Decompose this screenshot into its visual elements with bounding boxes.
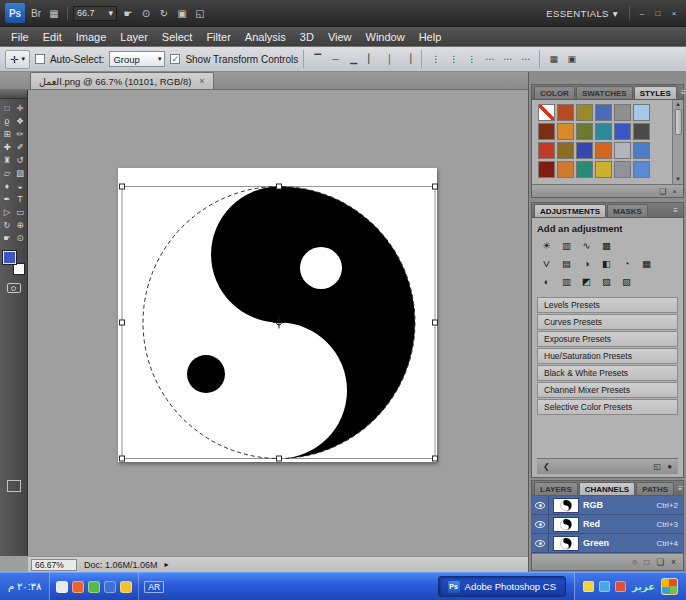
zoom-tool[interactable]: ⊙: [14, 231, 27, 244]
arrange-documents-icon[interactable]: ▣: [174, 5, 190, 21]
align-bottom-edges-icon[interactable]: ▁: [345, 51, 362, 68]
dodge-tool[interactable]: ◒: [14, 179, 27, 192]
menu-item[interactable]: Edit: [36, 28, 69, 46]
status-options-arrow[interactable]: ▸: [165, 560, 169, 569]
align-right-edges-icon[interactable]: ▕: [399, 51, 416, 68]
style-swatch[interactable]: [557, 104, 574, 121]
bridge-icon[interactable]: Br: [28, 5, 44, 21]
show-transform-controls-checkbox[interactable]: ✓: [170, 54, 180, 64]
distribute-horizontal-centers-icon[interactable]: ⋯: [499, 51, 516, 68]
preset-item[interactable]: Selective Color Presets: [537, 399, 678, 415]
tool-preset-picker[interactable]: ✛ ▾: [5, 50, 30, 69]
tray-icon-1[interactable]: [583, 581, 594, 592]
transform-handle[interactable]: [277, 456, 282, 461]
channel-mixer-icon[interactable]: ▦: [639, 257, 654, 270]
style-swatch[interactable]: [614, 104, 631, 121]
align-top-edges-icon[interactable]: ▔: [309, 51, 326, 68]
transform-handle[interactable]: [433, 184, 438, 189]
rotate-view-icon[interactable]: ↻: [156, 5, 172, 21]
tray-icon-3[interactable]: [615, 581, 626, 592]
transform-handle[interactable]: [120, 184, 125, 189]
history-brush-tool[interactable]: ↺: [14, 153, 27, 166]
preset-item[interactable]: Channel Mixer Presets: [537, 382, 678, 398]
transform-handle[interactable]: [433, 320, 438, 325]
document-canvas[interactable]: [118, 168, 437, 462]
style-swatch[interactable]: [538, 161, 555, 178]
style-swatch[interactable]: [557, 161, 574, 178]
panel-menu-icon[interactable]: ≡: [678, 88, 686, 99]
style-swatch[interactable]: [557, 123, 574, 140]
expanded-view-icon[interactable]: ◱: [654, 462, 662, 471]
style-swatch[interactable]: [614, 161, 631, 178]
quick-mask-mode-button[interactable]: [7, 283, 21, 293]
style-swatch[interactable]: [614, 123, 631, 140]
restore-button[interactable]: □: [651, 7, 665, 19]
transform-handle[interactable]: [433, 456, 438, 461]
eraser-tool[interactable]: ▱: [1, 166, 14, 179]
tab-color[interactable]: COLOR: [534, 86, 575, 99]
menu-item[interactable]: File: [4, 28, 36, 46]
tab-adjustments[interactable]: ADJUSTMENTS: [534, 204, 606, 217]
clip-to-layer-icon[interactable]: ●: [667, 462, 672, 471]
screen-mode-icon[interactable]: ◱: [192, 5, 208, 21]
threshold-icon[interactable]: ◩: [579, 275, 594, 288]
distribute-vertical-centers-icon[interactable]: ⋮: [445, 51, 462, 68]
zoom-level-field[interactable]: 66.7 ▾: [73, 6, 117, 21]
selective-color-icon[interactable]: ▧: [619, 275, 634, 288]
rectangular-marquee-tool[interactable]: □: [1, 101, 14, 114]
taskbar-task-button[interactable]: Ps Adobe Photoshop CS: [438, 576, 566, 597]
style-swatch[interactable]: [576, 161, 593, 178]
style-swatch[interactable]: [576, 123, 593, 140]
menu-item[interactable]: Select: [155, 28, 200, 46]
hue-saturation-icon[interactable]: ▤: [559, 257, 574, 270]
taskbar-clock[interactable]: ٢٠:٣٨ م: [0, 573, 50, 600]
quick-launch-media-icon[interactable]: [88, 581, 100, 593]
tools-panel-header[interactable]: [0, 90, 27, 99]
style-swatch[interactable]: [538, 104, 555, 121]
screen-mode-button[interactable]: [7, 480, 21, 492]
visibility-toggle[interactable]: [532, 515, 549, 533]
visibility-toggle[interactable]: [532, 496, 549, 514]
rectangle-tool[interactable]: ▭: [14, 205, 27, 218]
style-swatch[interactable]: [595, 142, 612, 159]
style-swatch[interactable]: [557, 142, 574, 159]
transform-handle[interactable]: [277, 184, 282, 189]
quick-launch-explorer-icon[interactable]: [104, 581, 116, 593]
photo-filter-icon[interactable]: ◔: [619, 257, 634, 270]
tab-styles[interactable]: STYLES: [634, 86, 677, 99]
align-horizontal-centers-icon[interactable]: │: [381, 51, 398, 68]
channel-row[interactable]: RGB Ctrl+2: [532, 496, 683, 515]
black-white-icon[interactable]: ◧: [599, 257, 614, 270]
blur-tool[interactable]: ♦: [1, 179, 14, 192]
eyedropper-tool[interactable]: ✏: [14, 127, 27, 140]
menu-item[interactable]: Analysis: [238, 28, 293, 46]
distribute-top-edges-icon[interactable]: ⋮: [427, 51, 444, 68]
gradient-map-icon[interactable]: ▨: [599, 275, 614, 288]
gradient-tool[interactable]: ▨: [14, 166, 27, 179]
preset-item[interactable]: Exposure Presets: [537, 331, 678, 347]
style-swatch[interactable]: [576, 142, 593, 159]
tab-channels[interactable]: CHANNELS: [579, 482, 635, 495]
channel-row[interactable]: Red Ctrl+3: [532, 515, 683, 534]
clone-stamp-tool[interactable]: ♜: [1, 153, 14, 166]
lasso-tool[interactable]: ϱ: [1, 114, 14, 127]
close-icon[interactable]: ×: [199, 76, 204, 86]
delete-style-icon[interactable]: ×: [672, 187, 677, 196]
close-button[interactable]: ×: [667, 7, 681, 19]
save-selection-icon[interactable]: □: [644, 557, 649, 567]
distribute-bottom-edges-icon[interactable]: ⋮: [463, 51, 480, 68]
brightness-contrast-icon[interactable]: ☀: [539, 239, 554, 252]
tab-layers[interactable]: LAYERS: [534, 482, 578, 495]
minimize-button[interactable]: –: [635, 7, 649, 19]
preset-item[interactable]: Hue/Saturation Presets: [537, 348, 678, 364]
scroll-down-icon[interactable]: ▼: [675, 176, 681, 183]
3d-orbit-tool[interactable]: ⊕: [14, 218, 27, 231]
transform-handle[interactable]: [120, 320, 125, 325]
preset-item[interactable]: Levels Presets: [537, 297, 678, 313]
distribute-left-edges-icon[interactable]: ⋯: [481, 51, 498, 68]
new-channel-icon[interactable]: ❏: [656, 557, 664, 567]
background-color-swatch[interactable]: [13, 263, 25, 275]
style-swatch[interactable]: [538, 142, 555, 159]
vibrance-icon[interactable]: V: [539, 257, 554, 270]
pen-tool[interactable]: ✒: [1, 192, 14, 205]
